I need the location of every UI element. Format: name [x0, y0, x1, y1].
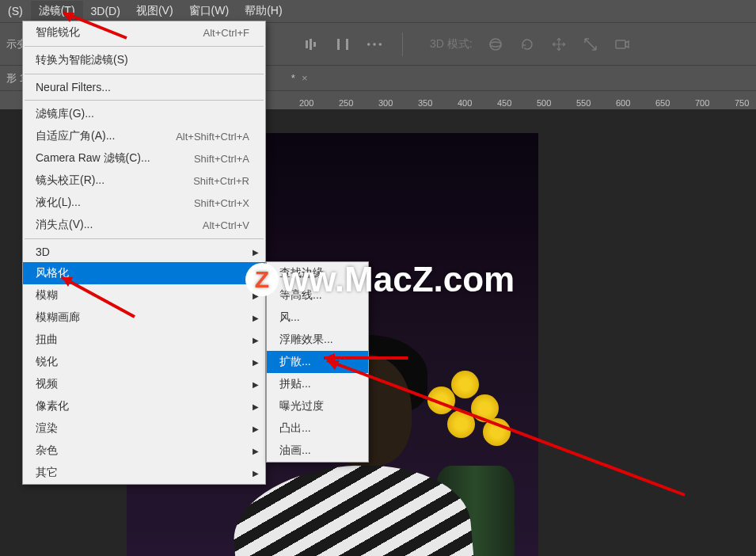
svg-line-17 [327, 360, 685, 495]
menu-shortcut: Alt+Ctrl+F [203, 27, 249, 39]
ruler-mark: 350 [418, 98, 432, 108]
menu-liquify[interactable]: 液化(L)...Shift+Ctrl+X [23, 192, 265, 214]
svg-point-5 [367, 43, 370, 46]
watermark: Z ww.MacZ.com [245, 260, 515, 299]
menu-video-submenu[interactable]: 视频▶ [23, 373, 265, 395]
ruler-mark: 600 [616, 98, 630, 108]
submenu-wind[interactable]: 风... [267, 307, 368, 329]
scale-icon[interactable] [582, 36, 599, 53]
menu-adaptive-wide-angle[interactable]: 自适应广角(A)...Alt+Shift+Ctrl+A [23, 125, 265, 147]
menu-render-submenu[interactable]: 渲染▶ [23, 417, 265, 440]
tab-modified: * [291, 72, 295, 84]
svg-rect-1 [310, 39, 312, 50]
menu-view[interactable]: 视图(V) [128, 1, 181, 21]
svg-point-7 [379, 43, 382, 46]
ruler-mark: 700 [695, 98, 709, 108]
svg-line-11 [63, 13, 127, 38]
menu-label: 消失点(V)... [36, 218, 93, 232]
submenu-arrow-icon: ▶ [253, 314, 259, 322]
camera-icon[interactable] [614, 36, 631, 53]
menu-separator [25, 46, 264, 47]
menu-sharpen-submenu[interactable]: 锐化▶ [23, 351, 265, 373]
svg-rect-0 [306, 40, 308, 48]
svg-line-13 [62, 277, 135, 317]
menu-label: 浮雕效果... [279, 333, 333, 347]
svg-point-6 [373, 43, 376, 46]
annotation-arrow-4 [313, 352, 693, 503]
ruler-mark: 250 [339, 98, 353, 108]
menu-label: 视频 [36, 377, 58, 391]
menu-separator [25, 238, 264, 239]
align-icon[interactable] [302, 36, 320, 53]
submenu-arrow-icon: ▶ [253, 380, 259, 389]
menu-separator [25, 100, 264, 101]
menu-filter-gallery[interactable]: 滤镜库(G)... [23, 103, 265, 125]
menu-s[interactable]: (S) [0, 2, 31, 21]
divider [402, 32, 403, 56]
ruler-mark: 450 [497, 98, 511, 108]
menu-label: 像素化 [36, 399, 69, 413]
menu-other-submenu[interactable]: 其它▶ [23, 462, 265, 484]
menu-label: 拼贴... [279, 377, 311, 391]
ruler-mark: 300 [378, 98, 393, 108]
menu-distort-submenu[interactable]: 扭曲▶ [23, 329, 265, 351]
menu-label: 锐化 [36, 355, 58, 369]
menu-camera-raw[interactable]: Camera Raw 滤镜(C)...Shift+Ctrl+A [23, 147, 265, 169]
menu-label: 扭曲 [36, 333, 58, 347]
menu-shortcut: Shift+Ctrl+X [194, 197, 249, 209]
move-icon[interactable] [550, 36, 568, 53]
submenu-arrow-icon: ▶ [253, 336, 259, 345]
submenu-emboss[interactable]: 浮雕效果... [267, 329, 368, 351]
submenu-arrow-icon: ▶ [253, 248, 259, 257]
menu-shortcut: Alt+Shift+Ctrl+A [176, 131, 249, 143]
submenu-arrow-icon: ▶ [253, 447, 259, 455]
svg-rect-10 [616, 40, 625, 48]
filter-dropdown: 智能锐化 Alt+Ctrl+F 转换为智能滤镜(S) Neural Filter… [22, 21, 266, 485]
menu-vanishing-point[interactable]: 消失点(V)...Alt+Ctrl+V [23, 214, 265, 236]
menu-label: 风... [279, 310, 300, 325]
svg-rect-2 [313, 42, 316, 47]
menu-neural-filters[interactable]: Neural Filters... [23, 77, 265, 97]
orbit-icon[interactable] [487, 36, 504, 53]
svg-point-9 [490, 42, 501, 47]
menu-label: 镜头校正(R)... [36, 173, 104, 188]
distribute-icon[interactable] [334, 36, 351, 53]
mode-label: 3D 模式: [430, 37, 473, 51]
menu-3d-submenu[interactable]: 3D▶ [23, 242, 265, 262]
menu-lens-correction[interactable]: 镜头校正(R)...Shift+Ctrl+R [23, 169, 265, 192]
rotate-icon[interactable] [519, 36, 536, 53]
menu-shortcut: Shift+Ctrl+R [193, 175, 249, 187]
menu-label: 3D [36, 246, 50, 258]
menu-separator [25, 74, 264, 74]
more-icon[interactable] [366, 36, 383, 53]
ruler-mark: 500 [537, 98, 551, 108]
menu-label: 渲染 [36, 421, 58, 436]
menu-label: 自适应广角(A)... [36, 129, 115, 143]
annotation-arrow-1 [47, 6, 135, 46]
annotation-arrow-2 [47, 269, 142, 325]
menu-label: 油画... [279, 444, 311, 458]
menu-label: 其它 [36, 466, 58, 480]
menu-pixelate-submenu[interactable]: 像素化▶ [23, 395, 265, 417]
menu-label: Camera Raw 滤镜(C)... [36, 151, 150, 166]
menu-convert-smart-filter[interactable]: 转换为智能滤镜(S) [23, 49, 265, 71]
menu-shortcut: Alt+Ctrl+V [203, 219, 249, 231]
watermark-logo-icon: Z [245, 263, 279, 296]
menu-help[interactable]: 帮助(H) [237, 1, 290, 21]
menu-label: 扩散... [279, 355, 311, 369]
menu-label: 杂色 [36, 444, 58, 458]
ruler-mark: 400 [458, 98, 472, 108]
watermark-text: ww.MacZ.com [282, 260, 515, 299]
toolbar-icons: 3D 模式: [302, 32, 631, 56]
menu-label: Neural Filters... [36, 81, 111, 93]
tab-close[interactable]: × [302, 72, 308, 84]
ruler-mark: 750 [735, 98, 749, 108]
menu-label: 滤镜库(G)... [36, 107, 94, 121]
menu-window[interactable]: 窗口(W) [181, 1, 237, 21]
submenu-arrow-icon: ▶ [253, 469, 259, 478]
submenu-arrow-icon: ▶ [253, 402, 259, 411]
ruler-mark: 200 [299, 98, 313, 108]
menu-label: 液化(L)... [36, 196, 81, 210]
menu-noise-submenu[interactable]: 杂色▶ [23, 440, 265, 462]
svg-rect-4 [346, 39, 348, 50]
